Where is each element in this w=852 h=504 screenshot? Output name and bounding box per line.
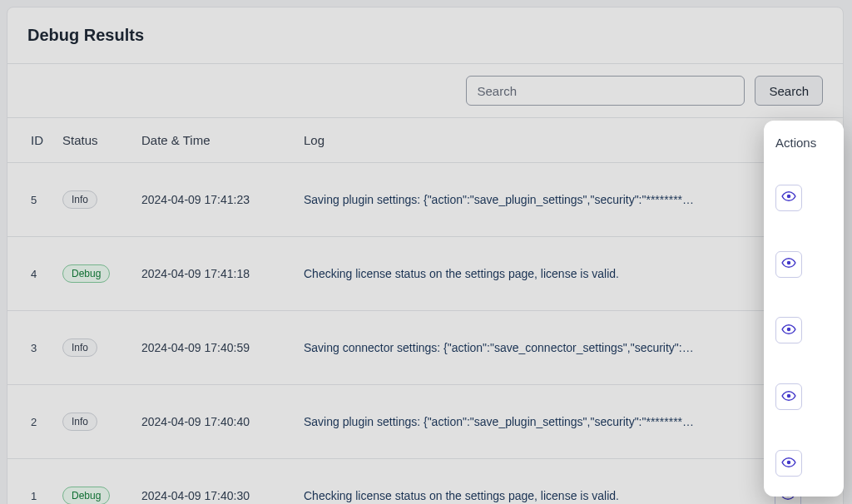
- eye-icon: [781, 255, 796, 273]
- cell-log: Saving plugin settings: {"action":"save_…: [297, 163, 768, 237]
- table-row: 4Debug2024-04-09 17:41:18Checking licens…: [7, 237, 843, 311]
- svg-point-6: [787, 261, 791, 265]
- cell-log: Checking license status on the settings …: [297, 459, 768, 505]
- cell-status: Info: [56, 385, 135, 459]
- cell-status: Debug: [56, 237, 135, 311]
- eye-icon: [781, 388, 796, 406]
- cell-status: Info: [56, 311, 135, 385]
- col-header-log: Log: [297, 118, 768, 163]
- spotlight-header: Actions: [764, 121, 844, 165]
- table-row: 5Info2024-04-09 17:41:23Saving plugin se…: [7, 163, 843, 237]
- cell-datetime: 2024-04-09 17:41:18: [135, 237, 297, 311]
- svg-point-5: [787, 195, 791, 199]
- cell-id: 5: [7, 163, 56, 237]
- panel-title: Debug Results: [7, 7, 843, 64]
- spotlight-cell: [764, 298, 844, 364]
- search-button[interactable]: Search: [755, 76, 823, 106]
- table-row: 1Debug2024-04-09 17:40:30Checking licens…: [7, 459, 843, 505]
- cell-status: Info: [56, 163, 135, 237]
- svg-point-7: [787, 328, 791, 332]
- col-header-datetime: Date & Time: [135, 118, 297, 163]
- table-row: 2Info2024-04-09 17:40:40Saving plugin se…: [7, 385, 843, 459]
- eye-icon: [781, 189, 796, 206]
- status-badge: Info: [62, 413, 97, 431]
- status-badge: Info: [62, 190, 97, 209]
- cell-log: Checking license status on the settings …: [297, 237, 768, 311]
- spotlight-cell: [764, 363, 844, 430]
- search-input[interactable]: [466, 76, 745, 106]
- view-log-button[interactable]: [775, 383, 802, 410]
- view-log-button[interactable]: [775, 185, 802, 211]
- view-log-button[interactable]: [775, 317, 802, 343]
- cell-log: Saving plugin settings: {"action":"save_…: [297, 385, 768, 459]
- eye-icon: [781, 322, 796, 339]
- view-log-button[interactable]: [775, 251, 802, 278]
- spotlight-cell: [764, 430, 844, 497]
- cell-log: Saving connector settings: {"action":"sa…: [297, 311, 768, 385]
- cell-datetime: 2024-04-09 17:40:30: [135, 459, 297, 505]
- results-table: ID Status Date & Time Log Actions 5Info2…: [7, 118, 843, 504]
- cell-datetime: 2024-04-09 17:40:40: [135, 385, 297, 459]
- eye-icon: [781, 455, 796, 472]
- status-badge: Debug: [62, 487, 110, 504]
- cell-id: 3: [7, 311, 56, 385]
- toolbar: Search: [7, 64, 843, 118]
- cell-datetime: 2024-04-09 17:40:59: [135, 311, 297, 385]
- view-log-button[interactable]: [775, 450, 802, 477]
- spotlight-cell: [764, 165, 844, 231]
- table-row: 3Info2024-04-09 17:40:59Saving connector…: [7, 311, 843, 385]
- svg-point-8: [787, 394, 791, 398]
- cell-id: 4: [7, 237, 56, 311]
- debug-results-panel: Debug Results Search ID Status Date & Ti…: [7, 7, 844, 504]
- cell-id: 2: [7, 385, 56, 459]
- cell-status: Debug: [56, 459, 135, 505]
- spotlight-cell: [764, 231, 844, 298]
- cell-id: 1: [7, 459, 56, 505]
- svg-point-9: [787, 460, 791, 464]
- status-badge: Info: [62, 338, 97, 357]
- status-badge: Debug: [62, 264, 110, 283]
- cell-datetime: 2024-04-09 17:41:23: [135, 163, 297, 237]
- actions-column-spotlight: Actions: [764, 121, 844, 497]
- col-header-status: Status: [56, 118, 135, 163]
- col-header-id: ID: [7, 118, 56, 163]
